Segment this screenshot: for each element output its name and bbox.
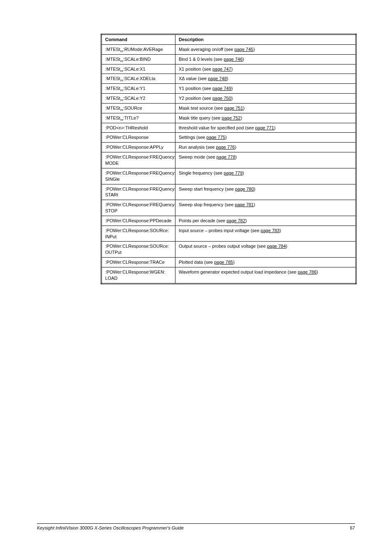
description-text: ) xyxy=(233,260,235,265)
description-cell: XΔ value (see page 748) xyxy=(175,74,356,84)
description-text: ) xyxy=(242,170,244,175)
description-cell: Sweep mode (see page 778) xyxy=(175,152,356,168)
table-row: :MTEStm:SOURceMask test source (see page… xyxy=(101,103,356,113)
page-reference-link[interactable]: page 752 xyxy=(222,115,241,120)
description-cell: threshold value for specified pod (see p… xyxy=(175,123,356,133)
description-text: Mask title query (see xyxy=(179,115,222,120)
description-text: Points per decade (see xyxy=(179,218,226,223)
description-cell: Bind 1 & 0 levels (see page 746) xyxy=(175,54,356,64)
description-cell: Points per decade (see page 782) xyxy=(175,216,356,226)
command-cell: :POWer:CLResponse:FREQuency:MODE xyxy=(101,152,175,168)
description-text: Waveform generator expected output load … xyxy=(179,269,297,274)
description-text: Single frequency (see xyxy=(179,170,224,175)
page-reference-link[interactable]: page 751 xyxy=(224,106,243,111)
table-row: :MTEStm:SCALe:Y2Y2 position (see page 75… xyxy=(101,94,356,104)
description-text: X1 position (see xyxy=(179,67,212,71)
description-cell: Mask averaging on/off (see page 745) xyxy=(175,44,356,54)
table-row: :POWer:CLResponse:TRACePlotted data (see… xyxy=(101,258,356,267)
footer-divider xyxy=(37,523,355,524)
command-cell: :MTEStm:SCALe:XDELta xyxy=(101,74,175,84)
description-text: ) xyxy=(231,67,233,71)
command-cell: :POWer:CLResponse xyxy=(101,133,175,143)
description-cell: Plotted data (see page 785) xyxy=(175,258,356,267)
command-cell: :MTEStm:RUMode:AVERage xyxy=(101,44,175,54)
page-reference-link[interactable]: page 778 xyxy=(217,154,235,159)
command-cell: :POWer:CLResponse:SOURce:OUTPut xyxy=(101,242,175,258)
description-cell: Y2 position (see page 750) xyxy=(175,94,356,104)
command-cell: :MTEStm:TITLe? xyxy=(101,113,175,123)
description-text: ) xyxy=(316,269,318,274)
table-row: :POWer:CLResponse:FREQuency:MODESweep mo… xyxy=(101,152,356,168)
description-text: Mask test source (see xyxy=(179,106,224,111)
page-reference-link[interactable]: page 781 xyxy=(235,202,254,207)
command-cell: :POWer:CLResponse:WGEN:LOAD xyxy=(101,267,175,283)
description-text: Bind 1 & 0 levels (see xyxy=(179,57,224,62)
command-cell: :POWer:CLResponse:TRACe xyxy=(101,258,175,267)
table-row: :POWer:CLResponse:SOURce:OUTPutOutput so… xyxy=(101,242,356,258)
page-reference-link[interactable]: page 775 xyxy=(206,135,225,140)
col-header-command: Command xyxy=(101,35,175,45)
command-cell: :POWer:CLResponse:FREQuency:STARt xyxy=(101,184,175,200)
description-text: ) xyxy=(279,228,281,233)
description-text: ) xyxy=(235,145,236,150)
description-text: Y2 position (see xyxy=(179,96,212,101)
description-text: ) xyxy=(254,202,255,207)
page-reference-link[interactable]: page 784 xyxy=(267,244,286,249)
command-cell: :POWer:CLResponse:APPLy xyxy=(101,143,175,152)
description-text: Sweep mode (see xyxy=(179,154,217,159)
page-reference-link[interactable]: page 783 xyxy=(261,228,279,233)
description-text: ) xyxy=(243,106,245,111)
command-cell: :POWer:CLResponse:SOURce:INPut xyxy=(101,226,175,242)
table-row: :POWer:CLResponse:SOURce:INPutInput sour… xyxy=(101,226,356,242)
page-reference-link[interactable]: page 750 xyxy=(212,96,231,101)
description-text: XΔ value (see xyxy=(179,76,208,81)
description-text: Mask averaging on/off (see xyxy=(179,47,235,52)
description-text: ) xyxy=(235,154,237,159)
page-reference-link[interactable]: page 779 xyxy=(224,170,242,175)
description-text: ) xyxy=(286,244,288,249)
table-row: :POWer:CLResponse:PPDecadePoints per dec… xyxy=(101,216,356,226)
description-cell: Input source – probes input voltage (see… xyxy=(175,226,356,242)
description-text: Sweep start frequency (see xyxy=(179,187,235,191)
command-cell: :MTEStm:SCALe:Y1 xyxy=(101,84,175,94)
page-reference-link[interactable]: page 746 xyxy=(224,57,242,62)
command-cell: :POWer:CLResponse:FREQuency:STOP xyxy=(101,200,175,216)
description-text: ) xyxy=(253,47,255,52)
table-row: :POWer:CLResponse:FREQuency:STARtSweep s… xyxy=(101,184,356,200)
description-text: ) xyxy=(227,76,228,81)
command-cell: :MTEStm:SCALe:X1 xyxy=(101,64,175,74)
description-cell: Waveform generator expected output load … xyxy=(175,267,356,283)
description-cell: Run analysis (see page 776) xyxy=(175,143,356,152)
description-text: Y1 position (see xyxy=(179,86,212,91)
table-row: :MTEStm:SCALe:X1X1 position (see page 74… xyxy=(101,64,356,74)
description-cell: Output source – probes output voltage (s… xyxy=(175,242,356,258)
page-reference-link[interactable]: page 776 xyxy=(216,145,235,150)
command-cell: :MTEStm:SCALe:Y2 xyxy=(101,94,175,104)
description-cell: Mask title query (see page 752) xyxy=(175,113,356,123)
page-reference-link[interactable]: page 780 xyxy=(235,187,254,191)
page-reference-link[interactable]: page 747 xyxy=(212,67,231,71)
page-reference-link[interactable]: page 771 xyxy=(255,125,274,130)
page-reference-link[interactable]: page 785 xyxy=(214,260,233,265)
description-cell: Y1 position (see page 749) xyxy=(175,84,356,94)
table-row: :MTEStm:RUMode:AVERageMask averaging on/… xyxy=(101,44,356,54)
description-text: Sweep stop frequency (see xyxy=(179,202,235,207)
description-text: ) xyxy=(225,135,227,140)
description-text: ) xyxy=(274,125,276,130)
col-header-description: Description xyxy=(175,35,356,45)
command-cell: :POWer:CLResponse:PPDecade xyxy=(101,216,175,226)
description-text: threshold value for specified pod (see xyxy=(179,125,255,130)
page-reference-link[interactable]: page 748 xyxy=(208,76,227,81)
table-row: :POWer:CLResponse:FREQuency:SINGleSingle… xyxy=(101,168,356,184)
description-text: ) xyxy=(231,96,233,101)
description-text: ) xyxy=(254,187,256,191)
page-reference-link[interactable]: page 786 xyxy=(297,269,316,274)
page-reference-link[interactable]: page 749 xyxy=(212,86,231,91)
description-text: Plotted data (see xyxy=(179,260,214,265)
page-footer: Keysight InfiniiVision 3000G X-Series Os… xyxy=(37,523,355,530)
table-row: :POWer:CLResponse:APPLyRun analysis (see… xyxy=(101,143,356,152)
page-reference-link[interactable]: page 745 xyxy=(235,47,254,52)
description-cell: Mask test source (see page 751) xyxy=(175,103,356,113)
table-row: :MTEStm:TITLe?Mask title query (see page… xyxy=(101,113,356,123)
page-reference-link[interactable]: page 782 xyxy=(226,218,245,223)
